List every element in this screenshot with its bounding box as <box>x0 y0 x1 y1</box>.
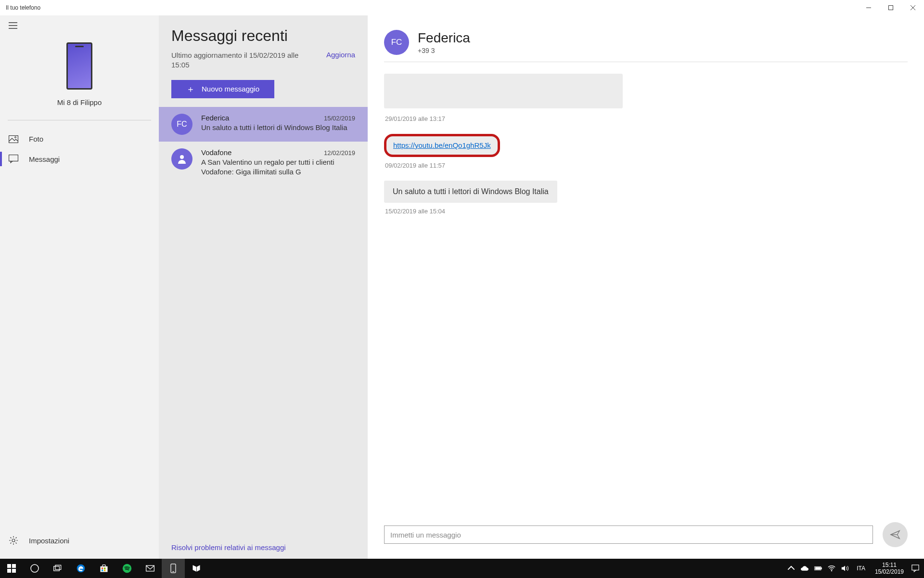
taskbar-app-spotify[interactable] <box>116 559 139 578</box>
tray-onedrive-icon[interactable] <box>799 559 810 578</box>
photo-icon <box>9 135 18 143</box>
message-link[interactable]: https://youtu.be/enQo1ghR5Jk <box>393 141 491 149</box>
svg-point-11 <box>180 155 184 159</box>
minimize-button[interactable] <box>858 0 880 15</box>
chat-contact-phone: +39 3 <box>418 47 470 54</box>
refresh-link[interactable]: Aggiorna <box>326 51 355 59</box>
titlebar: Il tuo telefono <box>0 0 924 15</box>
svg-rect-19 <box>55 565 61 569</box>
new-message-button[interactable]: ＋ Nuovo messaggio <box>171 80 274 98</box>
window-title: Il tuo telefono <box>6 4 40 11</box>
message-timestamp: 15/02/2019 alle 15:04 <box>385 208 908 215</box>
message-bubble <box>384 74 623 108</box>
close-button[interactable] <box>902 0 924 15</box>
chat-avatar: FC <box>384 30 409 55</box>
conversation-name: Federica <box>201 114 229 122</box>
chat-header: FC Federica +39 3 <box>384 30 911 55</box>
conversation-preview: A San Valentino un regalo per tutti i cl… <box>201 158 355 177</box>
message-timestamp: 29/01/2019 alle 13:17 <box>385 115 908 122</box>
conversation-date: 12/02/2019 <box>324 149 355 157</box>
avatar <box>171 148 192 170</box>
svg-rect-7 <box>9 135 18 143</box>
tray-wifi-icon[interactable] <box>826 559 837 578</box>
svg-rect-14 <box>12 564 16 568</box>
conversation-item[interactable]: Vodafone 12/02/2019 A San Valentino un r… <box>159 142 368 184</box>
divider <box>384 62 908 62</box>
window-controls <box>858 0 924 15</box>
chat-contact-name: Federica <box>418 30 470 46</box>
svg-rect-23 <box>104 567 105 569</box>
svg-point-10 <box>12 539 15 542</box>
svg-rect-16 <box>12 569 16 573</box>
tray-time: 15:11 <box>875 562 904 568</box>
tray-language[interactable]: ITA <box>853 565 869 572</box>
message-icon <box>9 155 18 163</box>
message-bubble: Un saluto a tutti i lettori di Windows B… <box>384 181 557 203</box>
sidebar-item-label: Messaggi <box>29 155 60 163</box>
divider <box>8 120 151 120</box>
svg-rect-25 <box>104 570 105 571</box>
svg-rect-15 <box>7 569 11 573</box>
nav: Foto Messaggi <box>0 129 159 530</box>
hamburger-button[interactable] <box>0 15 159 38</box>
svg-rect-35 <box>912 565 919 570</box>
chat-pane: FC Federica +39 3 29/01/2019 alle 13:17 … <box>368 15 924 559</box>
conversation-list: FC Federica 15/02/2019 Un saluto a tutti… <box>159 107 368 539</box>
svg-rect-13 <box>7 564 11 568</box>
tray-date: 15/02/2019 <box>875 568 904 575</box>
sidebar: Mi 8 di Filippo Foto Messaggi <box>0 15 159 559</box>
troubleshoot-link[interactable]: Risolvi problemi relativi ai messaggi <box>171 543 286 552</box>
sidebar-item-settings[interactable]: Impostazioni <box>0 530 159 551</box>
sidebar-item-photos[interactable]: Foto <box>0 129 159 149</box>
messages-column: Messaggi recenti Ultimo aggiornamento il… <box>159 15 368 559</box>
svg-rect-18 <box>54 566 60 571</box>
tray-clock[interactable]: 15:11 15/02/2019 <box>871 562 908 576</box>
chat-input-row <box>381 522 911 550</box>
taskbar-app-edge[interactable] <box>69 559 92 578</box>
tray-notifications-icon[interactable] <box>910 559 921 578</box>
taskbar-app-store[interactable] <box>92 559 116 578</box>
phone-label: Mi 8 di Filippo <box>57 98 102 106</box>
conversation-date: 15/02/2019 <box>324 115 355 122</box>
svg-point-17 <box>31 565 38 572</box>
tray-battery-icon[interactable] <box>812 559 824 578</box>
app-body: Mi 8 di Filippo Foto Messaggi <box>0 15 924 559</box>
avatar: FC <box>171 114 192 135</box>
tray-volume-icon[interactable] <box>839 559 851 578</box>
sidebar-item-messages[interactable]: Messaggi <box>0 149 159 169</box>
maximize-button[interactable] <box>880 0 902 15</box>
new-message-label: Nuovo messaggio <box>202 85 259 93</box>
plus-icon: ＋ <box>186 83 195 95</box>
chat-body: 29/01/2019 alle 13:17 https://youtu.be/e… <box>381 74 911 522</box>
svg-marker-34 <box>842 565 845 571</box>
conversation-name: Vodafone <box>201 148 231 157</box>
task-view-button[interactable] <box>46 559 69 578</box>
sidebar-item-label: Impostazioni <box>29 537 69 545</box>
svg-point-8 <box>15 136 16 138</box>
gear-icon <box>9 536 18 545</box>
tray-chevron-icon[interactable] <box>785 559 797 578</box>
message-input[interactable] <box>384 525 873 544</box>
sidebar-item-label: Foto <box>29 135 43 143</box>
conversation-item[interactable]: FC Federica 15/02/2019 Un saluto a tutti… <box>159 107 368 142</box>
taskbar-app-mail[interactable] <box>139 559 162 578</box>
phone-icon <box>66 42 92 90</box>
svg-rect-9 <box>9 155 18 161</box>
send-button[interactable] <box>883 522 908 547</box>
messages-title: Messaggi recenti <box>171 27 355 45</box>
message-timestamp: 09/02/2019 alle 11:57 <box>385 162 908 169</box>
taskbar: ITA 15:11 15/02/2019 <box>0 559 924 578</box>
start-button[interactable] <box>0 559 23 578</box>
svg-rect-24 <box>102 570 103 571</box>
svg-rect-31 <box>821 568 821 569</box>
message-bubble: https://youtu.be/enQo1ghR5Jk <box>384 134 500 157</box>
svg-rect-1 <box>889 6 893 10</box>
svg-rect-22 <box>102 567 103 569</box>
phone-graphic: Mi 8 di Filippo <box>0 38 159 116</box>
svg-rect-32 <box>815 567 820 569</box>
taskbar-app-yourphone[interactable] <box>162 559 185 578</box>
svg-point-33 <box>831 570 832 571</box>
last-update-text: Ultimo aggiornamento il 15/02/2019 alle … <box>171 51 306 70</box>
cortana-button[interactable] <box>23 559 46 578</box>
taskbar-app-generic[interactable] <box>185 559 208 578</box>
